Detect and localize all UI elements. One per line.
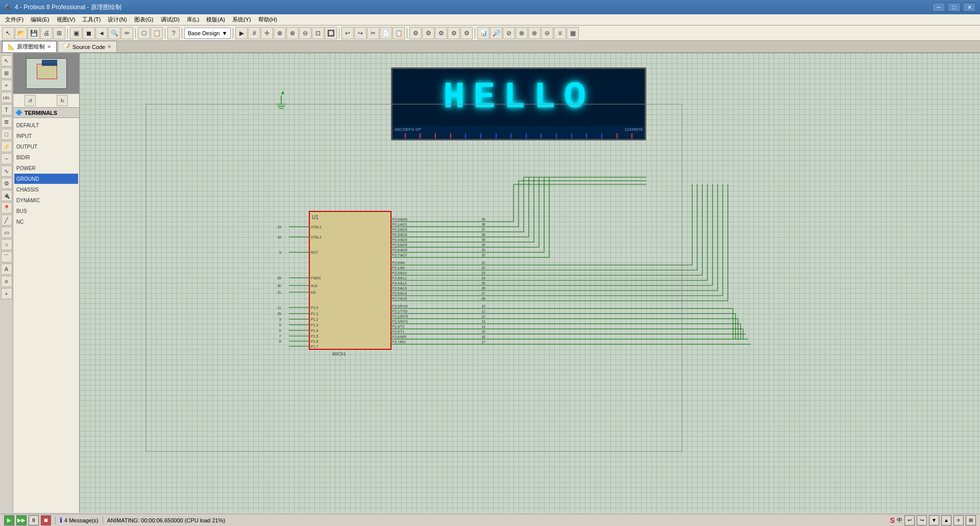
sidebar-input[interactable]: INPUT <box>14 131 78 141</box>
toolbar-copy[interactable]: 📄 <box>380 27 392 39</box>
toolbar-undo[interactable]: ↩ <box>341 27 354 39</box>
toolbar-zoom-out[interactable]: ⊖ <box>299 27 311 39</box>
sidebar-chassis[interactable]: CHASSIS <box>14 184 78 195</box>
base-design-dropdown[interactable]: Base Design ▼ <box>184 28 231 39</box>
sidebar-nc[interactable]: NC <box>14 217 78 227</box>
tool-junction[interactable]: + <box>1 80 12 91</box>
toolbar-zoom-all[interactable]: ⊡ <box>312 27 324 39</box>
stop-button[interactable]: ⏹ <box>41 515 51 525</box>
toolbar-b19[interactable]: ⊖ <box>541 27 553 39</box>
toolbar-b13[interactable]: ⚙ <box>460 27 473 39</box>
tool-rect[interactable]: ▭ <box>1 227 12 238</box>
toolbar-b10[interactable]: ⚙ <box>422 27 434 39</box>
pause-button[interactable]: ⏸ <box>29 515 39 525</box>
status-btn2[interactable]: ↪ <box>917 515 927 525</box>
sidebar-default[interactable]: DEFAULT <box>14 120 78 130</box>
toolbar-b15[interactable]: 🔎 <box>490 27 502 39</box>
tool-text[interactable]: T <box>1 104 12 115</box>
tool-b1[interactable]: ⚡ <box>1 141 12 152</box>
status-btn5[interactable]: ≡ <box>953 515 964 525</box>
tool-b4[interactable]: ⚙ <box>1 178 12 189</box>
toolbar-b16[interactable]: ⊘ <box>503 27 515 39</box>
rotate-ccw[interactable]: ↺ <box>24 95 36 106</box>
toolbar-b9[interactable]: ⚙ <box>409 27 422 39</box>
menu-template[interactable]: 模版(A) <box>203 15 228 25</box>
status-btn1[interactable]: ↩ <box>904 515 915 525</box>
toolbar-b20[interactable]: ≡ <box>554 27 566 39</box>
menu-edit[interactable]: 编辑(E) <box>28 15 53 25</box>
toolbar-open[interactable]: 📂 <box>15 27 27 39</box>
toolbar-print[interactable]: 🖨 <box>40 27 53 39</box>
tab-source-code[interactable]: 📝 Source Code ✕ <box>58 41 117 52</box>
rotate-cw[interactable]: ↻ <box>57 95 68 106</box>
toolbar-origin[interactable]: ⊕ <box>274 27 286 39</box>
toolbar-save[interactable]: 💾 <box>28 27 40 39</box>
menu-file[interactable]: 文件(F) <box>2 15 27 25</box>
status-btn4[interactable]: ▲ <box>941 515 951 525</box>
sidebar-bidir[interactable]: BIDIR <box>14 152 78 162</box>
tool-plus[interactable]: + <box>1 288 12 299</box>
toolbar-arrow[interactable]: ↖ <box>2 27 14 39</box>
maximize-button[interactable]: □ <box>947 3 961 12</box>
canvas-area[interactable]: HELLO ABCDEFG DP 12345678 <box>80 53 980 513</box>
tool-arc[interactable]: ⌒ <box>1 251 12 262</box>
menu-debug[interactable]: 调试(D) <box>158 15 183 25</box>
tool-b3[interactable]: ∿ <box>1 165 12 177</box>
toolbar-redo[interactable]: ↪ <box>354 27 366 39</box>
tool-line[interactable]: ╱ <box>1 214 12 226</box>
toolbar-zoom-in[interactable]: ⊕ <box>286 27 299 39</box>
toolbar-grid[interactable]: # <box>248 27 260 39</box>
tool-b2[interactable]: ~ <box>1 153 12 164</box>
toolbar-b14[interactable]: 📊 <box>477 27 489 39</box>
tab-schematic-close[interactable]: ✕ <box>47 44 51 50</box>
tool-component[interactable]: ⊞ <box>1 67 12 79</box>
toolbar-b2[interactable]: ▣ <box>70 27 82 39</box>
tool-b6[interactable]: 📍 <box>1 202 12 213</box>
toolbar-b3[interactable]: ◼ <box>83 27 95 39</box>
tool-b5[interactable]: 🔌 <box>1 190 12 201</box>
toolbar-b8[interactable]: ? <box>167 27 180 39</box>
tab-schematic[interactable]: 📐 原理图绘制 ✕ <box>2 41 57 52</box>
menu-lib[interactable]: 库(L) <box>184 15 202 25</box>
minimize-button[interactable]: ─ <box>932 3 945 12</box>
status-btn3[interactable]: ▼ <box>929 515 939 525</box>
tool-text2[interactable]: A <box>1 264 12 275</box>
toolbar-b4[interactable]: ◄ <box>95 27 108 39</box>
sidebar-dynamic[interactable]: DYNAMIC <box>14 195 78 205</box>
menu-design[interactable]: 设计(N) <box>105 15 130 25</box>
toolbar-zoom-in-tool[interactable]: 🔍 <box>108 27 120 39</box>
toolbar-b21[interactable]: ▦ <box>567 27 579 39</box>
tool-label[interactable]: LBL <box>1 92 12 103</box>
close-button[interactable]: ✕ <box>963 3 976 12</box>
menu-view[interactable]: 视图(V) <box>54 15 79 25</box>
toolbar-cut[interactable]: ✂ <box>367 27 379 39</box>
tool-bus[interactable]: = <box>1 116 12 128</box>
sidebar-ground[interactable]: GROUND <box>14 174 78 184</box>
menu-tools[interactable]: 工具(T) <box>79 15 104 25</box>
step-button[interactable]: ▶▶ <box>16 515 27 525</box>
menu-help[interactable]: 帮助(H) <box>255 15 280 25</box>
toolbar-b11[interactable]: ⚙ <box>435 27 447 39</box>
menu-graph[interactable]: 图表(G) <box>131 15 157 25</box>
tool-select[interactable]: ↖ <box>1 55 12 66</box>
play-button[interactable]: ▶ <box>4 515 14 525</box>
tool-circle[interactable]: ○ <box>1 239 12 250</box>
toolbar-run[interactable]: ▶ <box>235 27 248 39</box>
toolbar-cross[interactable]: ✛ <box>261 27 273 39</box>
toolbar-b6[interactable]: ⬡ <box>138 27 150 39</box>
toolbar-b18[interactable]: ⊕ <box>528 27 541 39</box>
toolbar-b17[interactable]: ⊗ <box>516 27 528 39</box>
sidebar-bus[interactable]: BUS <box>14 206 78 216</box>
tool-subcircuit[interactable]: □ <box>1 129 12 140</box>
toolbar-paste[interactable]: 📋 <box>393 27 405 39</box>
toolbar-b7[interactable]: 📋 <box>151 27 163 39</box>
tool-symb[interactable]: ≡ <box>1 276 12 287</box>
toolbar-b12[interactable]: ⚙ <box>448 27 460 39</box>
status-btn6[interactable]: ⊞ <box>966 515 976 525</box>
toolbar-b1[interactable]: ⊞ <box>53 27 65 39</box>
tab-source-close[interactable]: ✕ <box>107 44 111 50</box>
menu-system[interactable]: 系统(Y) <box>229 15 254 25</box>
toolbar-b5[interactable]: ✏ <box>121 27 133 39</box>
sidebar-power[interactable]: POWER <box>14 163 78 173</box>
sidebar-output[interactable]: OUTPUT <box>14 141 78 152</box>
